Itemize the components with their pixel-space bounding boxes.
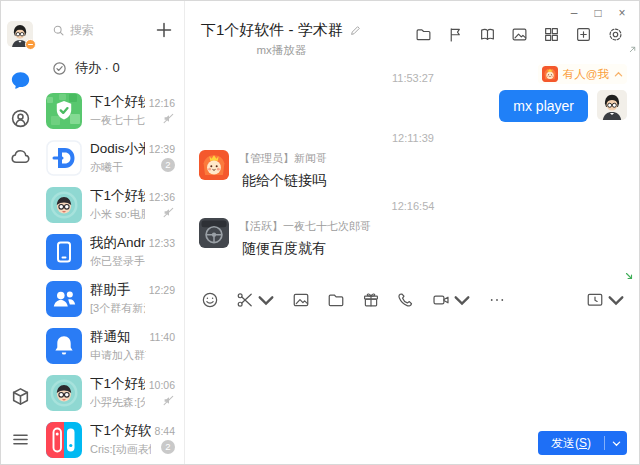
chat-preview: 你已登录手机Q — [90, 254, 145, 269]
emoji-icon[interactable] — [201, 291, 219, 309]
chat-avatar — [46, 281, 82, 317]
outgoing-message: mx player — [199, 90, 627, 122]
call-icon[interactable] — [397, 291, 415, 309]
minimize-button[interactable]: – — [562, 4, 586, 22]
grid-icon[interactable] — [543, 26, 560, 43]
chat-meta: 下1个好软件小羿先森:[分享] — [90, 375, 145, 410]
contacts-icon[interactable] — [10, 108, 31, 129]
chevron-down-icon — [612, 439, 621, 448]
close-button[interactable]: × — [610, 4, 634, 22]
chat-meta: 群通知申请加入群下1个好 — [90, 328, 146, 363]
message-text[interactable]: 随便百度就有 — [239, 240, 371, 258]
chat-list-item[interactable]: 下1个好软件小米 so:电脑微12:36 — [39, 181, 184, 228]
unread-badge: 2 — [161, 440, 175, 454]
chat-meta: 群助手[3个群有新消息] — [90, 281, 145, 316]
chat-avatar — [46, 422, 82, 458]
chat-list-item[interactable]: Dodis小米亦曦干12:392 — [39, 134, 184, 181]
gear-icon[interactable] — [607, 26, 624, 43]
chat-time: 12:16 — [149, 97, 175, 109]
menu-icon[interactable] — [10, 429, 31, 450]
chat-right: 12:29 — [149, 284, 175, 313]
cloud-icon[interactable] — [10, 146, 31, 167]
chat-avatar — [46, 234, 82, 270]
chat-meta: 我的Android你已登录手机Q — [90, 234, 145, 269]
chat-right: 12:392 — [149, 143, 175, 172]
chat-name: 下1个好软件 — [90, 187, 145, 205]
chat-title: 下1个好软件 - 学术群 — [201, 21, 343, 40]
chat-preview: 一夜七十七次郎 — [90, 113, 145, 128]
message-area: 有人@我 11:53:27mx player12:11:39【管理员】新闻哥能给… — [185, 60, 639, 286]
chat-list-item[interactable]: 群通知申请加入群下1个好11:40 — [39, 322, 184, 369]
busy-status-badge — [25, 39, 36, 50]
image-icon[interactable] — [511, 26, 528, 43]
chat-history-icon[interactable] — [586, 291, 604, 309]
window-controls: – □ × — [562, 4, 634, 22]
rail-bottom-icons — [10, 386, 31, 450]
todo-row[interactable]: 待办 · 0 — [39, 46, 184, 87]
mute-icon — [162, 206, 175, 219]
plus-box-icon[interactable] — [575, 26, 592, 43]
chat-preview: [3个群有新消息] — [90, 301, 145, 316]
arrow-down-right-icon[interactable] — [624, 271, 634, 281]
chat-list-item[interactable]: 群助手[3个群有新消息]12:29 — [39, 275, 184, 322]
chat-meta: 下1个好软件一夜七十七次郎 — [90, 93, 145, 128]
search-row — [39, 1, 184, 46]
chat-meta: Dodis小米亦曦干 — [90, 140, 145, 175]
folder-toolbar-group — [327, 291, 345, 309]
message-timestamp: 12:16:54 — [199, 200, 627, 212]
more-icon[interactable] — [488, 291, 506, 309]
chat-name: 群通知 — [90, 328, 146, 346]
screenshot-icon[interactable] — [236, 291, 254, 309]
chat-preview: 亦曦干 — [90, 160, 145, 175]
search-box[interactable] — [52, 23, 148, 37]
chat-bubble-icon[interactable] — [10, 70, 31, 91]
chat-preview: Cris:[动画表情] — [90, 442, 151, 457]
sender-avatar[interactable] — [597, 90, 627, 120]
chat-right: 10:06 — [149, 379, 175, 407]
image-icon[interactable] — [292, 291, 310, 309]
message-text[interactable]: 能给个链接吗 — [239, 172, 327, 190]
book-icon[interactable] — [479, 26, 496, 43]
check-circle-icon — [52, 61, 67, 76]
composer-toolbar — [185, 286, 639, 313]
add-button[interactable] — [154, 20, 174, 40]
arrow-up-right-icon — [628, 45, 637, 54]
incoming-message: 【管理员】新闻哥能给个链接吗 — [199, 150, 627, 190]
edit-pencil-icon[interactable] — [349, 24, 362, 37]
screenshot-toolbar-group — [236, 291, 275, 309]
chat-name: 下1个好软件 — [90, 375, 145, 393]
video-icon[interactable] — [432, 291, 450, 309]
call-toolbar-group — [397, 291, 415, 309]
chat-preview: 小米 so:电脑微 — [90, 207, 145, 222]
chat-meta: 下1个好软件Cris:[动画表情] — [90, 422, 151, 457]
folder-icon[interactable] — [327, 291, 345, 309]
chat-list-item[interactable]: 下1个好软件Cris:[动画表情]8:442 — [39, 416, 184, 463]
chevron-down-icon[interactable] — [257, 291, 275, 309]
flag-icon[interactable] — [447, 26, 464, 43]
folder-icon[interactable] — [415, 26, 432, 43]
chat-list-item[interactable]: 我的Android你已登录手机Q12:33 — [39, 228, 184, 275]
chat-time: 8:44 — [155, 425, 175, 437]
at-me-label: 有人@我 — [563, 67, 609, 82]
maximize-button[interactable]: □ — [586, 4, 610, 22]
my-avatar[interactable] — [7, 21, 33, 47]
chat-list-item[interactable]: 下1个好软件一夜七十七次郎12:16 — [39, 87, 184, 134]
search-icon — [52, 24, 65, 37]
chevron-down-icon[interactable] — [453, 291, 471, 309]
at-me-avatar — [542, 66, 558, 82]
message-timestamp: 12:11:39 — [199, 132, 627, 144]
send-options-button[interactable] — [605, 431, 627, 455]
chat-list-item[interactable]: 下1个好软件小羿先森:[分享]10:06 — [39, 369, 184, 416]
sender-avatar[interactable] — [199, 218, 229, 248]
incoming-message: 【活跃】一夜七十七次郎哥随便百度就有 — [199, 218, 627, 258]
send-button[interactable]: 发送(S) — [538, 431, 604, 455]
gift-icon[interactable] — [362, 291, 380, 309]
sender-name: 【管理员】新闻哥 — [239, 151, 327, 166]
message-input[interactable] — [185, 313, 639, 431]
sender-avatar[interactable] — [199, 150, 229, 180]
message-bubble[interactable]: mx player — [499, 90, 588, 122]
search-input[interactable] — [70, 23, 140, 37]
workbox-icon[interactable] — [10, 386, 31, 407]
chevron-down-icon[interactable] — [607, 291, 625, 309]
at-me-chip[interactable]: 有人@我 — [538, 64, 627, 84]
